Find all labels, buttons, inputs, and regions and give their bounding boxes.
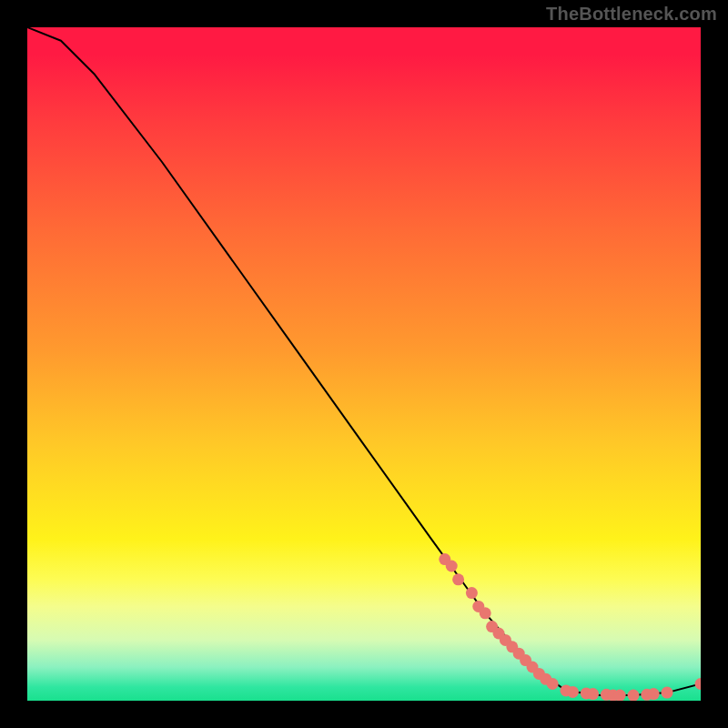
watermark-text: TheBottleneck.com: [546, 4, 717, 25]
chart-container: TheBottleneck.com: [0, 0, 728, 728]
bottleneck-curve: [27, 27, 701, 695]
marker-point: [648, 688, 660, 700]
marker-point: [695, 678, 702, 690]
marker-point: [662, 687, 673, 699]
marker-point: [614, 690, 626, 701]
markers-group: [439, 553, 701, 701]
marker-point: [628, 690, 640, 701]
chart-overlay: [27, 27, 701, 701]
marker-point: [480, 607, 491, 619]
marker-point: [452, 573, 464, 585]
plot-area: [27, 27, 701, 701]
marker-point: [466, 587, 478, 599]
marker-point: [587, 688, 599, 700]
marker-point: [567, 686, 579, 698]
marker-point: [446, 561, 458, 572]
marker-point: [547, 678, 559, 690]
